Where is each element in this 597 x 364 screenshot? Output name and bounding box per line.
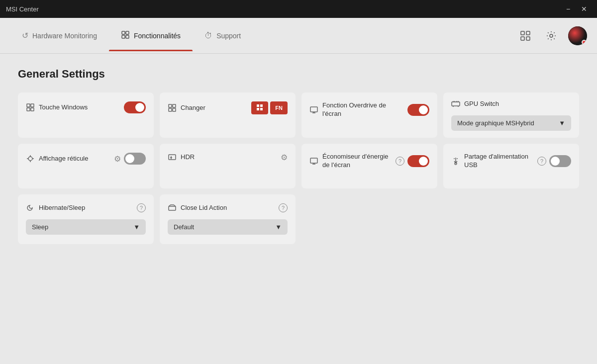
close-lid-help-icon[interactable]: ? (279, 203, 288, 212)
hibernate-dropdown[interactable]: Sleep ▼ (26, 219, 146, 235)
minimize-button[interactable]: − (561, 3, 575, 15)
gpu-icon (451, 99, 460, 108)
partage-help-icon[interactable]: ? (537, 157, 546, 166)
section-title: General Settings (18, 68, 579, 81)
svg-rect-5 (526, 31, 530, 35)
close-lid-label-group: Close Lid Action (168, 203, 227, 212)
empty-col-4 (443, 194, 579, 244)
svg-rect-12 (31, 108, 34, 111)
hibernate-dropdown-value: Sleep (32, 223, 48, 231)
gpu-switch-header: GPU Switch (451, 99, 571, 108)
economiseur-card: Économiseur d'énergie de l'écran ? (301, 144, 437, 188)
tab-fonctionnalites[interactable]: Fonctionnalités (109, 20, 193, 51)
changer-label-group: Changer (168, 103, 205, 112)
overdrive-card: Fonction Overdrive de l'écran (301, 92, 437, 138)
close-lid-dropdown-arrow-icon: ▼ (275, 223, 282, 231)
svg-rect-18 (260, 104, 263, 107)
lid-icon (168, 203, 177, 212)
svg-rect-3 (126, 35, 129, 38)
window-controls: − ✕ (561, 3, 591, 15)
nav-right (516, 26, 587, 45)
apps-grid-button[interactable] (516, 27, 534, 45)
hdr-header: HDR ⚙ (168, 153, 288, 162)
overdrive-toggle[interactable] (407, 104, 429, 116)
changer-fn-button[interactable]: FN (270, 101, 288, 114)
gpu-dropdown-arrow-icon: ▼ (559, 119, 565, 127)
close-lid-card: Close Lid Action ? Default ▼ (160, 194, 296, 244)
economiseur-label: Économiseur d'énergie de l'écran (322, 153, 392, 170)
partage-header: Partage d'alimentation USB ? (451, 153, 571, 170)
svg-point-8 (550, 34, 553, 37)
crosshair-icon (26, 154, 35, 163)
svg-rect-21 (310, 107, 317, 112)
close-lid-header: Close Lid Action ? (168, 203, 288, 212)
main-content: General Settings Touche (0, 54, 597, 364)
partage-toggle[interactable] (549, 155, 571, 167)
tab-hardware-monitoring[interactable]: ↺ Hardware Monitoring (10, 21, 109, 50)
hibernate-card: Hibernate/Sleep ? Sleep ▼ (18, 194, 154, 244)
support-icon: ⏱ (204, 31, 212, 40)
usb-icon (451, 157, 460, 166)
touche-windows-toggle[interactable] (124, 101, 146, 113)
tab-support[interactable]: ⏱ Support (193, 21, 253, 50)
avatar[interactable] (568, 26, 587, 45)
svg-point-23 (28, 157, 32, 161)
hdr-label: HDR (181, 153, 195, 162)
affichage-toggle[interactable] (124, 153, 146, 165)
cards-row-2: Affichage réticule ⚙ (18, 144, 579, 188)
economiseur-actions: ? (396, 155, 429, 167)
close-lid-dropdown[interactable]: Default ▼ (168, 219, 288, 235)
gpu-switch-dropdown[interactable]: Mode graphique MSHybrid ▼ (451, 115, 571, 131)
affichage-label: Affichage réticule (39, 155, 89, 163)
hibernate-help-icon[interactable]: ? (137, 203, 146, 212)
touche-windows-label-group: Touche Windows (26, 103, 88, 112)
win-icon (256, 104, 263, 111)
close-button[interactable]: ✕ (577, 3, 591, 15)
nav-tabs: ↺ Hardware Monitoring Fonctionnalités ⏱ … (10, 20, 253, 51)
changer-header: Changer FN (168, 101, 288, 114)
hdr-gear-icon[interactable]: ⚙ (281, 153, 288, 162)
svg-rect-4 (521, 31, 524, 35)
settings-icon (546, 30, 557, 41)
app-title: MSI Center (6, 5, 39, 13)
hibernate-label-group: Hibernate/Sleep (26, 203, 85, 212)
partage-usb-card: Partage d'alimentation USB ? (443, 144, 579, 188)
gpu-switch-label: GPU Switch (464, 100, 499, 108)
svg-rect-15 (169, 108, 172, 111)
overdrive-header: Fonction Overdrive de l'écran (309, 101, 429, 118)
settings-button[interactable] (542, 27, 560, 45)
affichage-actions: ⚙ (114, 153, 146, 165)
svg-rect-0 (122, 31, 125, 34)
hdr-label-group: HDR (168, 153, 195, 162)
overdrive-label-group: Fonction Overdrive de l'écran (309, 101, 403, 118)
svg-rect-27 (169, 206, 176, 210)
economiseur-icon (309, 157, 318, 166)
svg-rect-24 (169, 155, 176, 160)
cards-row-3: Hibernate/Sleep ? Sleep ▼ (18, 194, 579, 244)
changer-card: Changer FN (160, 92, 296, 138)
economiseur-help-icon[interactable]: ? (396, 157, 404, 166)
changer-win-button[interactable] (251, 101, 268, 114)
gpu-dropdown-value: Mode graphique MSHybrid (457, 119, 534, 127)
economiseur-toggle[interactable] (407, 155, 429, 167)
svg-rect-20 (260, 108, 263, 110)
economiseur-header: Économiseur d'énergie de l'écran ? (309, 153, 429, 170)
affichage-gear-icon[interactable]: ⚙ (114, 154, 121, 164)
topnav: ↺ Hardware Monitoring Fonctionnalités ⏱ … (0, 18, 597, 54)
titlebar: MSI Center − ✕ (0, 0, 597, 18)
sleep-icon (26, 203, 35, 212)
close-lid-dropdown-value: Default (174, 223, 194, 231)
svg-rect-13 (169, 104, 172, 107)
economiseur-label-group: Économiseur d'énergie de l'écran (309, 153, 392, 170)
hdr-icon (168, 153, 177, 162)
screen-icon (309, 105, 318, 114)
empty-col-3 (301, 194, 437, 244)
svg-rect-19 (257, 108, 259, 110)
svg-rect-1 (126, 31, 129, 34)
changer-windows-icon (168, 103, 177, 112)
hibernate-dropdown-arrow-icon: ▼ (133, 223, 140, 231)
changer-buttons: FN (251, 101, 288, 114)
svg-rect-22 (452, 102, 460, 106)
close-lid-label: Close Lid Action (181, 204, 227, 212)
apps-grid-icon (520, 30, 531, 41)
